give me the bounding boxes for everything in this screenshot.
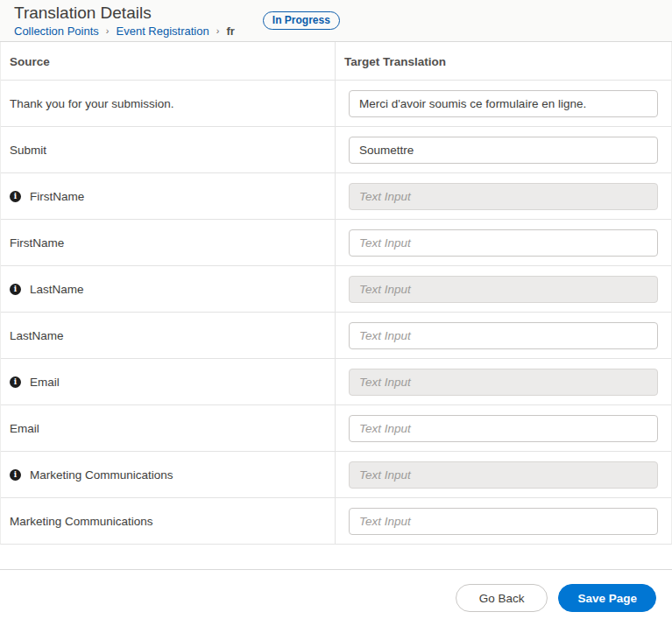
source-cell: i Marketing Communications	[1, 452, 335, 497]
target-cell	[335, 359, 671, 404]
target-translation-input	[349, 276, 658, 303]
source-label: Email	[10, 422, 39, 435]
source-label: Marketing Communications	[30, 468, 173, 482]
target-cell	[335, 127, 671, 172]
source-cell: Marketing Communications	[1, 498, 335, 544]
breadcrumb-current-locale: fr	[226, 25, 234, 38]
target-translation-input[interactable]	[349, 322, 658, 349]
source-label: LastName	[30, 283, 84, 296]
save-page-button[interactable]: Save Page	[558, 584, 656, 612]
table-row: Email	[1, 404, 671, 451]
page-footer: Go Back Save Page	[0, 569, 672, 626]
breadcrumb: Collection Points › Event Registration ›…	[14, 25, 235, 38]
target-cell	[335, 313, 671, 358]
chevron-right-icon: ›	[216, 25, 220, 36]
target-cell	[335, 452, 671, 497]
target-translation-input	[349, 461, 658, 489]
source-cell: Thank you for your submission.	[1, 81, 335, 126]
table-row: i LastName	[1, 265, 671, 312]
source-cell: i Email	[1, 359, 335, 404]
info-icon: i	[10, 469, 21, 481]
target-cell	[335, 405, 671, 451]
source-cell: i FirstName	[1, 173, 335, 219]
source-cell: FirstName	[1, 220, 335, 265]
table-row: i FirstName	[1, 172, 671, 219]
target-cell	[335, 173, 671, 219]
table-row: i Marketing Communications	[1, 451, 671, 497]
source-label: Submit	[10, 144, 46, 157]
target-cell	[335, 498, 671, 544]
status-badge: In Progress	[263, 11, 340, 30]
header-text-block: Translation Details Collection Points › …	[14, 4, 235, 38]
table-row: LastName	[1, 312, 671, 358]
info-icon: i	[10, 191, 21, 202]
column-header-source: Source	[1, 42, 335, 80]
target-translation-input[interactable]	[349, 229, 658, 257]
source-label: Thank you for your submission.	[10, 97, 174, 110]
breadcrumb-event-registration[interactable]: Event Registration	[117, 25, 209, 38]
table-row: FirstName	[1, 219, 671, 265]
target-cell	[335, 266, 671, 312]
target-translation-input	[349, 369, 658, 396]
info-icon: i	[10, 284, 21, 295]
source-cell: Email	[1, 405, 335, 451]
target-translation-input[interactable]	[349, 415, 658, 442]
table-row: Marketing Communications	[1, 497, 671, 544]
table-row: Thank you for your submission.	[1, 80, 671, 126]
target-translation-input[interactable]	[349, 90, 658, 117]
table-row: i Email	[1, 358, 671, 404]
target-cell	[335, 220, 671, 265]
chevron-right-icon: ›	[106, 25, 110, 36]
source-cell: Submit	[1, 127, 335, 172]
page-title: Translation Details	[14, 4, 235, 23]
target-translation-input[interactable]	[349, 137, 658, 164]
source-label: Marketing Communications	[10, 515, 153, 528]
target-translation-input[interactable]	[349, 508, 658, 535]
page-header: Translation Details Collection Points › …	[0, 0, 672, 42]
source-label: FirstName	[30, 190, 84, 203]
table-header-row: Source Target Translation	[1, 42, 671, 80]
source-label: LastName	[10, 329, 64, 342]
target-translation-input	[349, 183, 658, 210]
column-header-target-translation: Target Translation	[335, 42, 671, 80]
source-cell: LastName	[1, 313, 335, 358]
breadcrumb-collection-points[interactable]: Collection Points	[14, 25, 99, 38]
source-label: Email	[30, 376, 60, 389]
translation-table: Source Target Translation Thank you for …	[0, 42, 672, 545]
table-footer-spacer	[0, 545, 672, 569]
table-body: Thank you for your submission. Submit i …	[1, 80, 671, 544]
source-cell: i LastName	[1, 266, 335, 312]
target-cell	[335, 81, 671, 126]
source-label: FirstName	[10, 236, 64, 250]
go-back-button[interactable]: Go Back	[456, 584, 548, 612]
table-row: Submit	[1, 126, 671, 172]
info-icon: i	[10, 376, 21, 388]
